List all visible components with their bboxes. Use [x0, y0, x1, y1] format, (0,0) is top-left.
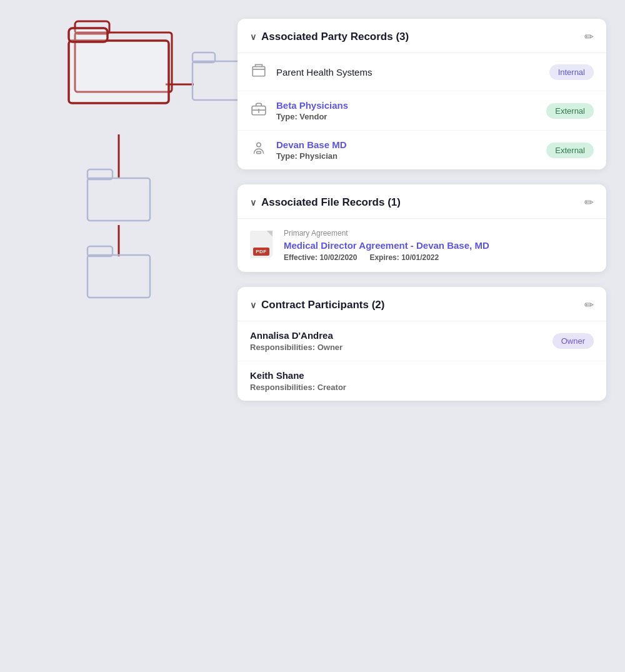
file-records-title: ∨ Associated File Records (1) — [250, 196, 401, 209]
pdf-icon: PDF — [250, 231, 275, 261]
party-type: Type: Physician — [276, 151, 347, 161]
party-records-header: ∨ Associated Party Records (3) ✏ — [238, 19, 606, 53]
file-records-header: ∨ Associated File Records (1) ✏ — [238, 184, 606, 219]
associated-file-records-card: ∨ Associated File Records (1) ✏ PDF — [238, 184, 606, 272]
page-container: ∨ Associated Party Records (3) ✏ — [0, 0, 625, 672]
file-records-title-text: Associated File Records (1) — [261, 196, 401, 209]
participant-info: Keith Shane Responsibilities: Creator — [250, 370, 346, 392]
party-left: Parent Health Systems — [250, 62, 372, 82]
svg-rect-3 — [75, 33, 172, 92]
folder-tree-svg — [50, 13, 238, 338]
folder-tree — [50, 13, 225, 325]
participant-responsibilities: Responsibilities: Creator — [250, 383, 346, 392]
svg-rect-8 — [192, 53, 215, 63]
person-icon — [250, 140, 268, 160]
svg-rect-13 — [252, 67, 265, 76]
chevron-down-icon[interactable]: ∨ — [250, 300, 256, 310]
participants-header: ∨ Contract Participants (2) ✏ — [238, 287, 606, 321]
svg-rect-5 — [69, 41, 169, 103]
party-records-edit-icon[interactable]: ✏ — [584, 30, 594, 44]
party-type: Type: Vendor — [276, 112, 348, 121]
participant-info: Annalisa D'Andrea Responsibilities: Owne… — [250, 330, 342, 352]
beta-physicians-link[interactable]: Beta Physicians — [276, 100, 348, 111]
file-row: PDF Primary Agreement Medical Director A… — [238, 219, 606, 272]
owner-badge: Owner — [552, 333, 594, 349]
party-row: Parent Health Systems Internal — [238, 53, 606, 91]
chevron-down-icon[interactable]: ∨ — [250, 198, 256, 208]
party-records-title-text: Associated Party Records (3) — [261, 31, 409, 43]
participant-responsibilities: Responsibilities: Owner — [250, 343, 342, 352]
svg-rect-24 — [257, 151, 261, 153]
svg-rect-10 — [88, 169, 112, 179]
party-row: Devan Base MD Type: Physician External — [238, 131, 606, 169]
file-info: Primary Agreement Medical Director Agree… — [284, 229, 489, 262]
file-name-link[interactable]: Medical Director Agreement - Devan Base,… — [284, 240, 489, 251]
participant-row: Annalisa D'Andrea Responsibilities: Owne… — [238, 321, 606, 361]
party-row: Beta Physicians Type: Vendor External — [238, 91, 606, 131]
party-left: Beta Physicians Type: Vendor — [250, 100, 348, 121]
expires-date: Expires: 10/01/2022 — [369, 253, 439, 262]
effective-date: Effective: 10/02/2020 — [284, 253, 357, 262]
party-name: Parent Health Systems — [276, 67, 372, 78]
chevron-down-icon[interactable]: ∨ — [250, 32, 256, 42]
svg-rect-4 — [75, 21, 109, 34]
svg-rect-12 — [88, 246, 112, 256]
file-category: Primary Agreement — [284, 229, 489, 238]
svg-rect-9 — [88, 178, 150, 221]
internal-badge: Internal — [549, 64, 594, 80]
file-records-edit-icon[interactable]: ✏ — [584, 196, 594, 209]
participant-name: Annalisa D'Andrea — [250, 330, 342, 341]
briefcase-icon — [250, 101, 268, 121]
devan-base-md-link[interactable]: Devan Base MD — [276, 139, 347, 150]
svg-rect-7 — [192, 61, 238, 100]
external-badge: External — [546, 103, 594, 119]
participant-name: Keith Shane — [250, 370, 346, 381]
svg-rect-6 — [69, 28, 108, 42]
party-left: Devan Base MD Type: Physician — [250, 139, 347, 161]
participants-edit-icon[interactable]: ✏ — [584, 298, 594, 312]
party-info: Devan Base MD Type: Physician — [276, 139, 347, 161]
svg-rect-11 — [88, 255, 150, 298]
contract-participants-card: ∨ Contract Participants (2) ✏ Annalisa D… — [238, 287, 606, 401]
party-info: Beta Physicians Type: Vendor — [276, 100, 348, 121]
participants-title-text: Contract Participants (2) — [261, 299, 384, 311]
party-records-title: ∨ Associated Party Records (3) — [250, 31, 409, 43]
associated-party-records-card: ∨ Associated Party Records (3) ✏ — [238, 19, 606, 169]
building-icon — [250, 62, 268, 82]
external-badge: External — [546, 143, 594, 158]
participant-row: Keith Shane Responsibilities: Creator — [238, 361, 606, 401]
svg-point-23 — [257, 143, 261, 147]
participants-title: ∨ Contract Participants (2) — [250, 299, 384, 311]
party-info: Parent Health Systems — [276, 67, 372, 78]
cards-container: ∨ Associated Party Records (3) ✏ — [238, 19, 606, 401]
file-dates: Effective: 10/02/2020 Expires: 10/01/202… — [284, 253, 489, 262]
